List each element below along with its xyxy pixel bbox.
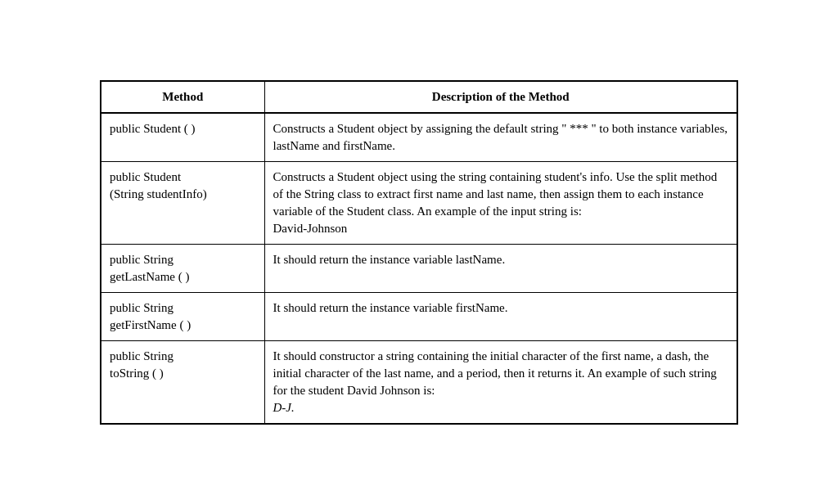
method-cell: public String getFirstName ( ) <box>101 292 264 340</box>
method-line2: getFirstName ( ) <box>110 318 191 331</box>
method-line1: public String <box>110 253 173 266</box>
table-container: Method Description of the Method public … <box>100 80 738 425</box>
table-row: public String toString ( ) It should con… <box>101 340 737 424</box>
table-row: public String getLastName ( ) It should … <box>101 244 737 292</box>
method-line2: (String studentInfo) <box>110 187 207 200</box>
method-line1: public String <box>110 349 173 362</box>
table-row: public String getFirstName ( ) It should… <box>101 292 737 340</box>
description-text-main: Constructs a Student object using the st… <box>273 170 718 218</box>
method-line1: public Student <box>110 170 181 183</box>
table-row: public Student (String studentInfo) Cons… <box>101 161 737 244</box>
method-header: Method <box>101 81 264 113</box>
description-text-example: David-Johnson <box>273 222 348 235</box>
description-text-italic: D-J. <box>273 401 295 414</box>
table-row: public Student ( ) Constructs a Student … <box>101 113 737 162</box>
description-cell: Constructs a Student object using the st… <box>264 161 737 244</box>
description-text-plain: It should constructor a string containin… <box>273 349 717 397</box>
method-cell: public Student (String studentInfo) <box>101 161 264 244</box>
description-header: Description of the Method <box>264 81 737 113</box>
description-cell: It should return the instance variable f… <box>264 292 737 340</box>
method-line1: public String <box>110 301 173 314</box>
description-text: Constructs a Student object by assigning… <box>273 122 728 152</box>
method-cell: public String getLastName ( ) <box>101 244 264 292</box>
description-cell: Constructs a Student object by assigning… <box>264 113 737 162</box>
methods-table: Method Description of the Method public … <box>100 80 738 425</box>
method-cell: public String toString ( ) <box>101 340 264 424</box>
description-cell: It should constructor a string containin… <box>264 340 737 424</box>
description-text: It should return the instance variable l… <box>273 253 506 266</box>
description-text: It should return the instance variable f… <box>273 301 508 314</box>
description-cell: It should return the instance variable l… <box>264 244 737 292</box>
method-cell: public Student ( ) <box>101 113 264 162</box>
method-line2: getLastName ( ) <box>110 270 189 283</box>
method-line2: toString ( ) <box>110 367 164 380</box>
method-text: public Student ( ) <box>110 122 196 135</box>
header-row: Method Description of the Method <box>101 81 737 113</box>
